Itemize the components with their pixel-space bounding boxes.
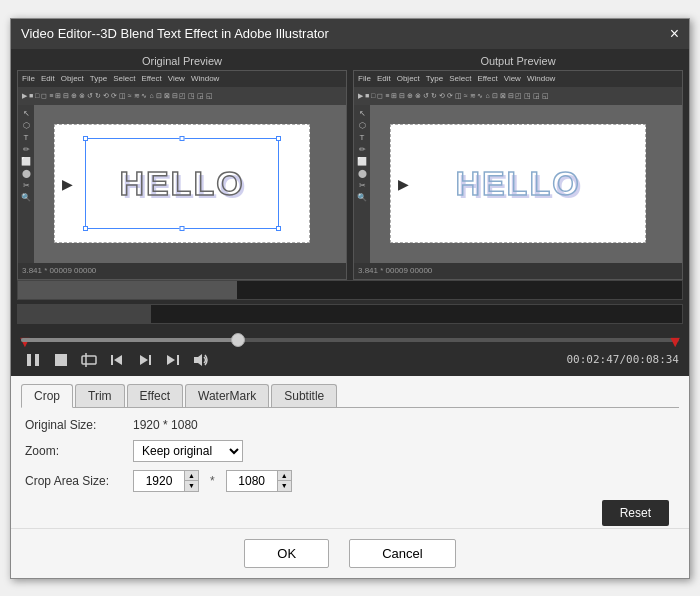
stop-button[interactable]: [49, 350, 73, 370]
zoom-label: Zoom:: [25, 444, 125, 458]
timeline-track-1: [17, 280, 683, 300]
ai-bottom-bar-output: 3.841 * 00009 00000: [354, 263, 682, 279]
original-preview-screen: File Edit Object Type Select Effect View…: [17, 70, 347, 280]
svg-marker-9: [167, 355, 175, 365]
pause-icon: [25, 352, 41, 368]
status-text-output: 3.841 * 00009 00000: [358, 266, 432, 275]
total-time: 00:08:34: [626, 353, 679, 366]
original-preview-label: Original Preview: [17, 55, 347, 67]
skip-end-icon: [165, 352, 181, 368]
svg-rect-3: [82, 356, 96, 364]
original-size-label: Original Size:: [25, 418, 125, 432]
ai-bottom-bar-original: 3.841 * 00009 00000: [18, 263, 346, 279]
crop-height-input[interactable]: ▲ ▼: [226, 470, 292, 492]
svg-marker-11: [194, 354, 202, 366]
next-frame-icon: [137, 352, 153, 368]
original-size-row: Original Size: 1920 * 1080: [25, 418, 675, 432]
crop-width-spinner[interactable]: ▲ ▼: [184, 471, 198, 491]
hello-text-output: HELLO: [455, 164, 580, 203]
timeline-progress-2: [18, 305, 151, 323]
current-time: 00:02:47: [566, 353, 619, 366]
volume-button[interactable]: [189, 350, 213, 370]
ai-toolbar-original: ▶ ■ □ ◻ ≡ ⊞ ⊟ ⊕ ⊗ ↺ ↻ ⟲ ⟳ ◫ ≈ ≋ ∿ ⌂ ⊡ ⊠ …: [18, 87, 346, 105]
tab-crop[interactable]: Crop: [21, 384, 73, 408]
ai-canvas-original: ▶ HELLO: [54, 124, 310, 243]
prev-frame-button[interactable]: [105, 350, 129, 370]
timeline-progress-1: [18, 281, 237, 299]
close-button[interactable]: ×: [670, 25, 679, 43]
seekbar[interactable]: [21, 338, 679, 342]
handle-tm: [179, 136, 184, 141]
crop-width-down[interactable]: ▼: [184, 481, 198, 491]
crop-label: Crop Area Size:: [25, 474, 125, 488]
controls-left: [21, 350, 213, 370]
status-text: 3.841 * 00009 00000: [22, 266, 96, 275]
original-preview-panel: Original Preview File Edit Object Type S…: [17, 55, 347, 280]
footer: OK Cancel: [11, 528, 689, 578]
ai-workspace-output: File Edit Object Type Select Effect View…: [354, 71, 682, 279]
timeline-area: [11, 280, 689, 334]
cursor-arrow: ▶: [62, 176, 73, 192]
output-preview-label: Output Preview: [353, 55, 683, 67]
zoom-select[interactable]: Keep original Fit to screen Stretch: [133, 440, 243, 462]
ai-left-panel-output: ↖ ⬡ T ✏ ⬜ ⬤ ✂ 🔍: [354, 105, 370, 263]
tab-effect[interactable]: Effect: [127, 384, 183, 407]
seekbar-container[interactable]: ▼ ▼: [11, 334, 689, 346]
svg-rect-0: [27, 354, 31, 366]
crop-width-input[interactable]: ▲ ▼: [133, 470, 199, 492]
svg-rect-2: [55, 354, 67, 366]
ok-button[interactable]: OK: [244, 539, 329, 568]
zoom-row: Zoom: Keep original Fit to screen Stretc…: [25, 440, 675, 462]
svg-marker-7: [140, 355, 148, 365]
dialog-container: Video Editor--3D Blend Text Effect in Ad…: [10, 18, 690, 579]
timeline-track-2: [17, 304, 683, 324]
ai-main-output: ↖ ⬡ T ✏ ⬜ ⬤ ✂ 🔍 ▶ HELLO: [354, 105, 682, 263]
reset-button[interactable]: Reset: [602, 500, 669, 526]
skip-end-button[interactable]: [161, 350, 185, 370]
handle-tr: [276, 136, 281, 141]
crop-height-up[interactable]: ▲: [277, 471, 291, 481]
crop-height-field[interactable]: [227, 472, 277, 490]
seekbar-marker-right: ▼: [667, 334, 683, 350]
ai-canvas-output: ▶ HELLO: [390, 124, 646, 243]
next-frame-button[interactable]: [133, 350, 157, 370]
cursor-arrow-output: ▶: [398, 176, 409, 192]
stop-icon: [53, 352, 69, 368]
handle-bl: [83, 226, 88, 231]
tab-subtitle[interactable]: Subtitle: [271, 384, 337, 407]
ai-menubar-output: File Edit Object Type Select Effect View…: [354, 71, 682, 87]
handle-tl: [83, 136, 88, 141]
times-symbol: *: [210, 474, 215, 488]
cancel-button[interactable]: Cancel: [349, 539, 455, 568]
tabs-container: Crop Trim Effect WaterMark Subtitle: [21, 384, 679, 408]
seekbar-thumb[interactable]: [231, 333, 245, 347]
crop-width-up[interactable]: ▲: [184, 471, 198, 481]
settings-panel: Original Size: 1920 * 1080 Zoom: Keep or…: [11, 408, 689, 528]
ai-menubar-original: File Edit Object Type Select Effect View…: [18, 71, 346, 87]
controls-area: 00:02:47/00:08:34: [11, 346, 689, 376]
clip-button[interactable]: [77, 350, 101, 370]
pause-button[interactable]: [21, 350, 45, 370]
tabs-section: Crop Trim Effect WaterMark Subtitle: [11, 376, 689, 408]
ai-left-panel: ↖ ⬡ T ✏ ⬜ ⬤ ✂ 🔍: [18, 105, 34, 263]
seekbar-marker-left: ▼: [17, 334, 33, 350]
crop-height-down[interactable]: ▼: [277, 481, 291, 491]
crop-width-field[interactable]: [134, 472, 184, 490]
handle-br: [276, 226, 281, 231]
title-bar: Video Editor--3D Blend Text Effect in Ad…: [11, 19, 689, 49]
crop-height-spinner[interactable]: ▲ ▼: [277, 471, 291, 491]
tab-watermark[interactable]: WaterMark: [185, 384, 269, 407]
preview-area: Original Preview File Edit Object Type S…: [11, 49, 689, 280]
time-display: 00:02:47/00:08:34: [566, 353, 679, 366]
tab-trim[interactable]: Trim: [75, 384, 125, 407]
crop-row: Crop Area Size: ▲ ▼ * ▲ ▼: [25, 470, 675, 492]
seekbar-fill: [21, 338, 238, 342]
original-size-value: 1920 * 1080: [133, 418, 198, 432]
dialog-title: Video Editor--3D Blend Text Effect in Ad…: [21, 26, 329, 41]
svg-marker-5: [114, 355, 122, 365]
clip-icon: [81, 352, 97, 368]
prev-frame-icon: [109, 352, 125, 368]
svg-rect-1: [35, 354, 39, 366]
ai-toolbar-output: ▶ ■ □ ◻ ≡ ⊞ ⊟ ⊕ ⊗ ↺ ↻ ⟲ ⟳ ◫ ≈ ≋ ∿ ⌂ ⊡ ⊠ …: [354, 87, 682, 105]
volume-icon: [193, 352, 209, 368]
